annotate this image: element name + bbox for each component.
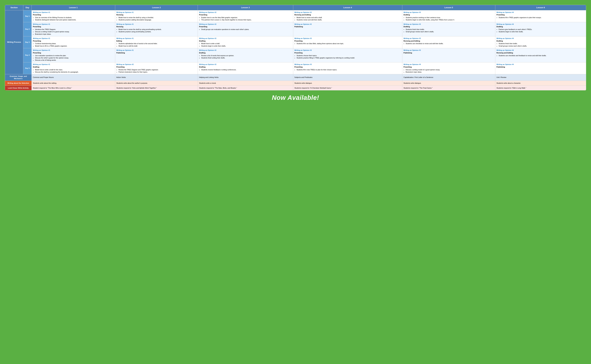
lesson-bullet-item: Use evaluation questions to review the p… [35, 54, 114, 57]
lesson-title: Writing an Opinion #1 [33, 11, 114, 13]
was-cell-5: Students write dialogue. [402, 81, 495, 85]
lesson-subtitle: Publishing [403, 52, 494, 54]
lesson-bullet-item: Give an overview of the Writing Process … [35, 16, 114, 19]
lesson-bullets: Partners give feedback on each other's T… [496, 28, 585, 33]
lesson-cell-day4-l5: Writing an Opinion #3Publishing [402, 48, 495, 62]
col-section: Section [5, 5, 23, 10]
lesson-cell-day2-l4: Writing an Opinion #2Publishing [293, 22, 402, 36]
lesson-title: Writing an Opinion #2 [199, 11, 292, 13]
lesson-title: Writing an Opinion #2 [117, 63, 197, 65]
lesson-bullets: Students fill in TREE graphic organizers… [496, 16, 585, 19]
look-closer-cell-5: Students respond to "The Final Game." [402, 85, 495, 90]
col-lesson3: Lesson 3 [198, 5, 293, 10]
lesson-bullet-item: Brainstorm topic ideas. [35, 33, 114, 35]
lesson-bullet-item: Model how to fill in a TREE graphic orga… [35, 45, 114, 47]
lesson-title: Writing an Opinion #1 [117, 37, 197, 39]
lesson-cell-day1-l2: Writing an Opinion #1RevisingModel how t… [115, 10, 198, 22]
lesson-cell-day3-l4: Writing an Opinion #3PrewritingStudents … [293, 36, 402, 48]
lesson-bullets: Model how to revise the draft by using p… [117, 28, 197, 33]
lesson-bullets: Students finish their drafts.Small group… [496, 42, 585, 47]
lesson-title: Writing an Opinion #1 [33, 63, 114, 65]
lesson-bullets: Continue brainstorming ideas.Model how t… [33, 42, 114, 47]
lesson-title: Writing an Opinion #1 [33, 23, 114, 26]
lesson-subtitle: Revising [117, 14, 197, 16]
lesson-bullet-item: Students revise and edit their drafts. [297, 19, 401, 21]
gum-section-label: Grammar, Usage, and Mechanics [5, 74, 32, 81]
day-cell-4: Day 4 [23, 48, 32, 62]
lesson-subtitle: Revising and Editing [403, 40, 494, 42]
gum-cell-3: Helping and Linking Verbs [198, 74, 293, 81]
lesson-subtitle: Prewriting [496, 14, 585, 16]
lesson-bullet-item: Students distinguish between fact and op… [35, 19, 114, 21]
lesson-subtitle: Drafting [403, 14, 494, 16]
lesson-cell-day5-l3: Writing an Opinion #2DraftingStudents re… [198, 62, 293, 74]
lesson-bullet-item: Small groups review each other's drafts. [499, 45, 585, 47]
lesson-cell-day4-l4: Writing an Opinion #3PrewritingStudents … [293, 48, 402, 62]
lesson-bullet-item: Students finish their drafts. [499, 42, 585, 45]
was-cell-3: Students write a moral. [198, 81, 293, 85]
lesson-cell-day5-l6: Writing an Opinion #4Publishing [495, 62, 586, 74]
lesson-bullet-item: Model how to revise the draft by using p… [118, 28, 197, 30]
lesson-cell-day4-l2: Writing an Opinion #1Publishing [115, 48, 198, 62]
lesson-cell-day4-l3: Writing an Opinion #2DraftingReview a li… [198, 48, 293, 62]
lesson-subtitle: Publishing [496, 66, 585, 68]
lesson-bullet-item: Review a list of words that express an o… [201, 54, 292, 57]
lesson-cell-day3-l2: Writing an Opinion #1EditingStudents alp… [115, 36, 198, 48]
lesson-subtitle: Prewriting [403, 66, 494, 68]
lesson-title: Writing an Opinion #3 [403, 23, 494, 26]
lesson-title: Writing an Opinion #3 [403, 37, 494, 39]
col-lesson4: Lesson 4 [293, 5, 402, 10]
lesson-bullets: Explain how to use the Idea Web graphic … [199, 16, 292, 21]
lesson-subtitle: Revising and Editing [496, 52, 585, 54]
lesson-title: Writing an Opinion #1 [33, 49, 114, 52]
lesson-cell-day2-l1: Writing an Opinion #1PrewritingIntroduce… [32, 22, 115, 36]
lesson-cell-day4-l1: Writing an Opinion #1PrewritingUse evalu… [32, 48, 115, 62]
outer-container: Section Day Lesson 1 Lesson 2 Lesson 3 L… [3, 3, 588, 109]
lesson-title: Writing an Opinion #4 [496, 49, 585, 52]
lesson-subtitle: Drafting [403, 26, 494, 28]
lesson-subtitle: Prewriting [294, 52, 401, 54]
lesson-bullets: Model how to write a draft.Students begi… [199, 42, 292, 47]
lesson-bullet-item: Students practice using proofreading sym… [118, 31, 197, 33]
lesson-bullet-item: Students fill in an Idea Web, stating th… [297, 42, 401, 45]
day-cell-3: Day 3 [23, 36, 32, 48]
lesson-subtitle: Prewriting [294, 40, 401, 42]
look-closer-cell-1: Student respond to "The Mice Who Lived i… [32, 85, 115, 90]
lesson-bullets: Students receive feedback in writing con… [199, 69, 292, 71]
lesson-subtitle: Prewriting [199, 26, 292, 28]
lesson-subtitle: Prewriting [117, 66, 197, 68]
now-available-banner: Now Available! [5, 90, 586, 103]
lesson-subtitle: Drafting [496, 40, 585, 42]
day-cell-1: Day 1 [23, 10, 32, 22]
lesson-cell-day3-l6: Writing an Opinion #4DraftingStudents fi… [495, 36, 586, 48]
lesson-subtitle: Prewriting [33, 40, 114, 42]
was-cell-1: Students write about the setting. [32, 81, 115, 85]
lesson-title: Writing an Opinion #4 [496, 37, 585, 39]
look-closer-cell-4: Students respond to "A Cherokee Stickbal… [293, 85, 402, 90]
col-lesson6: Lesson 6 [495, 5, 586, 10]
lesson-title: Writing an Opinion #3 [403, 11, 494, 13]
look-closer-cell-3: Students respond to "The Bats, Birds, an… [198, 85, 293, 90]
lesson-bullet-item: Students practice filling in TREE graphi… [297, 57, 401, 59]
look-closer-cell-2: Students respond to "Ants and Aphids Wor… [115, 85, 198, 90]
lesson-bullet-item: Students fill in TREE graphic organizers… [499, 16, 585, 19]
lesson-cell-day1-l3: Writing an Opinion #2PrewritingExplain h… [198, 10, 293, 22]
lesson-bullet-item: Introduce the TREE Diagram. [35, 28, 114, 30]
lesson-bullets: Discuss a writing model of a good opinio… [403, 69, 494, 73]
lesson-bullet-item: Partners brainstorm ideas for their topi… [118, 71, 197, 73]
lesson-bullet-item: Discuss the draft by considering the ele… [35, 71, 114, 73]
lesson-bullet-item: Students fill in new TREEs to plan for t… [297, 69, 401, 71]
was-cell-2: Students write about the author's purpos… [115, 81, 198, 85]
lesson-bullets: Students use checklists and feedback to … [496, 54, 585, 57]
lesson-bullet-item: Model how to write a draft. [201, 42, 292, 45]
lesson-bullet-item: Brainstorm topic ideas. [406, 71, 494, 73]
lesson-subtitle: Drafting [496, 26, 585, 28]
was-section-label: Writing about the Selection [5, 81, 32, 85]
lesson-cell-day2-l5: Writing an Opinion #3DraftingStudents fi… [402, 22, 495, 36]
lesson-subtitle: Editing [117, 40, 197, 42]
lesson-title: Writing an Opinion #4 [496, 23, 585, 26]
lesson-bullet-item: Review the TREE Diagram and TREE graphic… [118, 69, 197, 71]
lesson-subtitle: Prewriting [33, 14, 114, 16]
lesson-bullets: Model how to revise and edit a draft.Stu… [294, 16, 401, 21]
lesson-subtitle: Revising and Editing [294, 14, 401, 16]
